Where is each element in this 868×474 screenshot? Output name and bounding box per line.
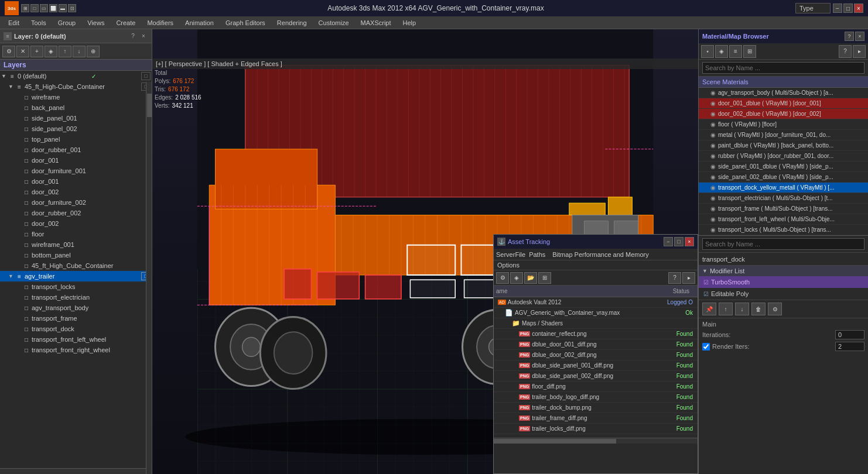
layer-item[interactable]: □ door_furniture_002	[0, 197, 152, 208]
at-list-item[interactable]: PNG trailer_dock_bump.png Found	[494, 403, 698, 413]
mat-search-input[interactable]	[702, 62, 864, 74]
at-menu-options[interactable]: Options	[494, 260, 698, 270]
menu-modifiers[interactable]: Modifiers	[141, 18, 179, 28]
layer-item[interactable]: ▼ ≡ 0 (default) ✓ □	[0, 71, 152, 81]
at-list-item[interactable]: PNG dblue_side_panel_001_diff.png Found	[494, 360, 698, 371]
at-minimize-btn[interactable]: −	[664, 237, 673, 246]
at-scrollbar-h[interactable]	[494, 438, 698, 444]
layer-item[interactable]: □ door_002	[0, 187, 152, 197]
mat-tb-3[interactable]: ≡	[729, 45, 742, 58]
at-tb-4[interactable]: ⊞	[538, 272, 551, 284]
at-list-item[interactable]: PNG dblue_door_001_diff.png Found	[494, 339, 698, 350]
render-iters-input[interactable]	[835, 342, 864, 351]
at-list-item[interactable]: PNG trailer_frame_diff.png Found	[494, 413, 698, 424]
at-tb-5[interactable]: ?	[668, 272, 681, 284]
layer-item[interactable]: □ transport_front_left_wheel	[0, 334, 152, 345]
maximize-btn[interactable]: □	[843, 4, 853, 13]
layer-item[interactable]: □ back_panel	[0, 102, 152, 113]
modifier-search-input[interactable]	[702, 238, 864, 250]
mat-item[interactable]: ◉metal ( VRayMtl ) [door_furniture_001, …	[699, 130, 868, 140]
toolbar-icon-6[interactable]: ⊡	[68, 4, 76, 12]
layer-item[interactable]: □ transport_locks	[0, 281, 152, 292]
layer-scroll-thumb[interactable]	[147, 94, 152, 117]
layer-item[interactable]: □ door_001	[0, 176, 152, 187]
mod-move-down-btn[interactable]: ↓	[735, 303, 749, 315]
layer-item[interactable]: □ door_rubber_002	[0, 208, 152, 218]
layer-item[interactable]: □ side_panel_001	[0, 113, 152, 123]
at-list-item[interactable]: PNG trailer_locks_diff.png Found	[494, 424, 698, 434]
mod-delete-btn[interactable]: 🗑	[751, 303, 766, 315]
mat-close-btn[interactable]: ×	[855, 32, 864, 41]
mat-item[interactable]: ◉transport_front_left_wheel ( Multi/Sub-…	[699, 214, 868, 225]
layer-item[interactable]: ▼ ≡ 45_ft_High-Cube_Container □	[0, 81, 152, 92]
menu-group[interactable]: Group	[52, 18, 82, 28]
layer-item[interactable]: □ wireframe	[0, 92, 152, 102]
at-menu-file[interactable]: File	[515, 251, 525, 258]
menu-edit[interactable]: Edit	[2, 18, 25, 28]
layer-scrollbar-v[interactable]	[146, 82, 152, 474]
layer-item[interactable]: □ 45_ft_High_Cube_Container	[0, 260, 152, 271]
layer-scrollbar-h[interactable]	[0, 468, 146, 474]
mat-item[interactable]: ◉rubber ( VRayMtl ) [door_rubber_001, do…	[699, 151, 868, 162]
layer-item[interactable]: □ door_002	[0, 218, 152, 229]
layer-help-btn[interactable]: ?	[128, 32, 138, 41]
layer-item[interactable]: □ door_furniture_001	[0, 166, 152, 176]
at-list-item[interactable]: AD Autodesk Vault 2012 Logged O	[494, 297, 698, 308]
layer-move2-btn[interactable]: ↓	[73, 46, 86, 57]
toolbar-icon-2[interactable]: □	[30, 4, 39, 12]
layer-item[interactable]: □ transport_frame	[0, 313, 152, 324]
type-input[interactable]: Type	[795, 3, 831, 13]
toolbar-icon-3[interactable]: ▭	[40, 4, 48, 12]
mat-item[interactable]: ◉transport_dock_yellow_metall ( VRayMtl …	[699, 183, 868, 193]
layer-item[interactable]: ▼ ≡ agv_trailer □	[0, 271, 152, 281]
menu-customize[interactable]: Customize	[313, 18, 355, 28]
minimize-btn[interactable]: −	[833, 4, 842, 13]
at-list-item[interactable]: PNG dblue_door_002_diff.png Found	[494, 350, 698, 360]
layer-item[interactable]: □ bottom_panel	[0, 250, 152, 260]
at-tb-1[interactable]: ⚙	[496, 272, 509, 284]
render-iters-checkbox[interactable]	[702, 343, 710, 351]
layer-item[interactable]: □ transport_dock	[0, 324, 152, 334]
mat-item[interactable]: ◉agv_transport_body ( Multi/Sub-Object )…	[699, 88, 868, 98]
toolbar-icon-1[interactable]: ⊞	[21, 4, 29, 12]
mat-help-btn[interactable]: ?	[845, 32, 854, 41]
toolbar-icon-5[interactable]: ▬	[59, 4, 67, 12]
layer-item[interactable]: □ door_001	[0, 155, 152, 166]
at-list-item[interactable]: 📁 Maps / Shaders	[494, 318, 698, 329]
menu-animation[interactable]: Animation	[179, 18, 220, 28]
at-tb-2[interactable]: ◈	[510, 272, 523, 284]
at-menu-server[interactable]: Server	[496, 251, 515, 258]
mat-tb-5[interactable]: ?	[839, 45, 852, 58]
menu-create[interactable]: Create	[110, 18, 141, 28]
layer-item[interactable]: □ agv_transport_body	[0, 303, 152, 313]
layer-item[interactable]: □ door_rubber_001	[0, 145, 152, 155]
menu-help[interactable]: Help	[397, 18, 422, 28]
menu-maxscript[interactable]: MAXScript	[355, 18, 397, 28]
at-list-item[interactable]: 📄 AGV_Generic_with_Container_vray.max Ok	[494, 308, 698, 318]
at-menu-paths[interactable]: Paths	[525, 251, 549, 258]
layer-add-btn[interactable]: +	[30, 46, 43, 57]
layer-item[interactable]: □ transport_front_right_wheel	[0, 345, 152, 355]
layer-extra-btn[interactable]: ⊕	[87, 46, 100, 57]
layer-settings-btn[interactable]: ⚙	[2, 46, 15, 57]
at-list-item[interactable]: PNG dblue_side_panel_002_diff.png Found	[494, 371, 698, 382]
layer-delete-btn[interactable]: ✕	[16, 46, 29, 57]
mat-tb-1[interactable]: ⭑	[701, 45, 714, 58]
at-close-btn[interactable]: ×	[685, 237, 694, 246]
menu-tools[interactable]: Tools	[25, 18, 52, 28]
toolbar-icon-4[interactable]: ⬜	[49, 4, 57, 12]
menu-views[interactable]: Views	[81, 18, 110, 28]
at-maximize-btn[interactable]: □	[674, 237, 684, 246]
mod-options-btn[interactable]: ⚙	[768, 303, 782, 315]
mat-item[interactable]: ◉door_001_dblue ( VRayMtl ) [door_001]	[699, 98, 868, 109]
at-tb-3[interactable]: 📂	[524, 272, 537, 284]
mat-item[interactable]: ◉transport_locks ( Multi/Sub-Object ) [t…	[699, 225, 868, 235]
at-menu-bitmap[interactable]: Bitmap Performance and Memory	[549, 251, 652, 258]
at-list[interactable]: AD Autodesk Vault 2012 Logged O 📄 AGV_Ge…	[494, 297, 698, 438]
mat-item[interactable]: ◉side_panel_001_dblue ( VRayMtl ) [side_…	[699, 162, 868, 172]
layer-item[interactable]: □ top_panel	[0, 134, 152, 145]
mod-pin-btn[interactable]: 📌	[702, 303, 716, 315]
at-scroll-thumb-h[interactable]	[494, 439, 616, 444]
mat-item[interactable]: ◉floor ( VRayMtl ) [floor]	[699, 119, 868, 130]
modifier-item[interactable]: ☑ TurboSmooth	[699, 276, 868, 288]
